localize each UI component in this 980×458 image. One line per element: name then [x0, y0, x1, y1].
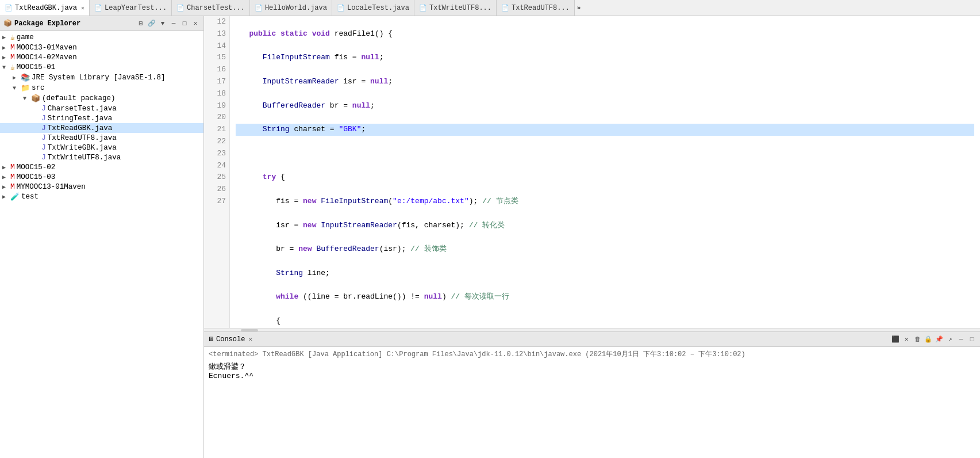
code-line-14: InputStreamReader isr = null; [236, 76, 974, 88]
maven-icon4: M [10, 173, 15, 181]
tab-label: TxtReadUTF8... [512, 4, 570, 12]
sidebar-item-mooc15-03[interactable]: ▶ M MOOC15-03 [0, 172, 203, 182]
tab-label: TxtWriteUTF8... [429, 4, 491, 12]
maximize-console-icon[interactable]: □ [967, 335, 977, 344]
collapse-arrow: ▶ [2, 174, 10, 181]
console-status-line: <terminated> TxtReadGBK [Java Applicatio… [209, 349, 975, 359]
console-header-icons: ⬛ ✕ 🗑 🔒 📌 ↗ ─ □ [891, 335, 977, 344]
sidebar-item-stringtest[interactable]: J StringTest.java [0, 113, 203, 123]
maven-icon5: M [10, 182, 15, 191]
sidebar-item-charsettest[interactable]: J CharsetTest.java [0, 104, 203, 113]
tree-item-label: MOOC15-02 [17, 163, 56, 171]
remove-icon[interactable]: ✕ [902, 335, 911, 344]
tab-leapyear[interactable]: 📄 LeapYearTest... [90, 0, 172, 16]
sidebar-content[interactable]: ▶ ☕ game ▶ M MOOC13-01Maven ▶ M MOOC14-0… [0, 31, 203, 458]
java-file-icon: J [41, 143, 46, 152]
package-icon: 📦 [31, 94, 40, 103]
java-file-icon2: 📄 [94, 4, 102, 12]
tab-label: HelloWorld.java [265, 4, 327, 12]
sidebar-header: 📦 Package Explorer ⊟ 🔗 ▼ ─ □ ✕ [0, 16, 203, 31]
tab-label: TxtReadGBK.java [15, 4, 77, 12]
sidebar-item-jre[interactable]: ▶ 📚 JRE System Library [JavaSE-1.8] [0, 72, 203, 83]
package-explorer-icon: 📦 [3, 19, 12, 28]
code-editor[interactable]: 12 13 14 15 16 17 18 19 20 21 22 23 24 2… [204, 16, 980, 328]
tree-item-label: TxtWriteGBK.java [48, 144, 117, 152]
java-file-icon3: 📄 [176, 4, 185, 12]
sidebar-item-src[interactable]: ▼ 📁 src [0, 83, 203, 93]
tree-item-label: CharsetTest.java [48, 105, 117, 113]
sidebar-item-default-package[interactable]: ▼ 📦 (default package) [0, 93, 203, 104]
java-file-icon: J [41, 124, 46, 132]
sidebar-item-mooc15-01[interactable]: ▼ ☕ MOOC15-01 [0, 62, 203, 72]
tab-txtreadgbk[interactable]: 📄 TxtReadGBK.java ✕ [0, 0, 90, 16]
console-close-icon[interactable]: ✕ [248, 335, 252, 343]
collapse-arrow: ▶ [2, 193, 10, 200]
sidebar-item-mymooc13[interactable]: ▶ M MYMOOC13-01Maven [0, 182, 203, 192]
tree-item-label: (default package) [42, 94, 116, 102]
collapse-arrow: ▶ [2, 44, 10, 51]
tab-txtwriteutf8[interactable]: 📄 TxtWriteUTF8... [414, 0, 497, 16]
terminate-icon[interactable]: ⬛ [891, 335, 900, 344]
view-menu-icon[interactable]: ▼ [158, 19, 167, 28]
library-icon: 📚 [21, 73, 30, 82]
sidebar-item-txtwritegbk[interactable]: J TxtWriteGBK.java [0, 143, 203, 152]
maximize-icon[interactable]: □ [180, 19, 189, 28]
sidebar-title: Package Explorer [14, 20, 80, 28]
scroll-lock-icon[interactable]: 🔒 [924, 335, 933, 344]
tab-overflow[interactable]: » [575, 0, 583, 16]
sidebar-item-txtwriteutf8[interactable]: J TxtWriteUTF8.java [0, 152, 203, 162]
code-line-24: { [236, 315, 974, 327]
minimize-icon[interactable]: ─ [169, 19, 178, 28]
pin-icon[interactable]: 📌 [935, 335, 944, 344]
tab-txtreadutf8[interactable]: 📄 TxtReadUTF8... [497, 0, 575, 16]
close-sidebar-icon[interactable]: ✕ [191, 19, 200, 28]
tab-charset[interactable]: 📄 CharsetTest... [172, 0, 250, 16]
sidebar-item-mooc14[interactable]: ▶ M MOOC14-02Maven [0, 52, 203, 62]
code-line-16: String charset = "GBK"; [236, 124, 974, 136]
console-header: 🖥 Console ✕ ⬛ ✕ 🗑 🔒 📌 ↗ ─ □ [204, 332, 980, 347]
sidebar-item-game[interactable]: ▶ ☕ game [0, 32, 203, 43]
console-title: Console [216, 335, 245, 344]
clear-console-icon[interactable]: 🗑 [913, 335, 922, 344]
collapse-arrow: ▶ [2, 34, 10, 41]
tab-locale[interactable]: 📄 LocaleTest.java [332, 0, 414, 16]
maven-icon: M [10, 43, 15, 52]
collapse-all-icon[interactable]: ⊟ [136, 19, 145, 28]
line-numbers: 12 13 14 15 16 17 18 19 20 21 22 23 24 2… [204, 16, 230, 328]
collapse-arrow: ▶ [13, 74, 21, 81]
collapse-arrow: ▶ [2, 164, 10, 171]
tab-label: LeapYearTest... [105, 4, 167, 12]
sidebar-item-txtreadutf8[interactable]: J TxtReadUTF8.java [0, 133, 203, 143]
tree-item-label: MOOC15-01 [17, 63, 56, 71]
tab-close-icon[interactable]: ✕ [81, 5, 84, 12]
sidebar-item-mooc13[interactable]: ▶ M MOOC13-01Maven [0, 43, 203, 52]
sidebar-item-mooc15-02[interactable]: ▶ M MOOC15-02 [0, 162, 203, 172]
maven-icon2: M [10, 53, 15, 62]
tree-item-label: game [17, 33, 34, 41]
link-with-editor-icon[interactable]: 🔗 [147, 19, 156, 28]
tab-helloworld[interactable]: 📄 HelloWorld.java [250, 0, 332, 16]
code-line-19: fis = new FileInputStream("e:/temp/abc.t… [236, 196, 974, 208]
code-line-20: isr = new InputStreamReader(fis, charset… [236, 220, 974, 232]
code-line-18: try { [236, 171, 974, 184]
code-line-23: while ((line = br.readLine()) != null) /… [236, 291, 974, 303]
sidebar-item-test[interactable]: ▶ 🧪 test [0, 192, 203, 202]
code-content[interactable]: public static void readFile1() { FileInp… [230, 16, 980, 328]
console-output-1: 鏉或滑鍙？ [209, 361, 975, 372]
console-output-2: Ecnuers.^^ [209, 372, 975, 380]
tree-item-label: TxtReadUTF8.java [48, 134, 117, 142]
tree-item-label: StringTest.java [48, 114, 113, 123]
sidebar-item-txtreadgbk[interactable]: J TxtReadGBK.java [0, 123, 203, 133]
java-file-icon7: 📄 [501, 4, 509, 12]
java-file-icon: J [41, 153, 46, 162]
tab-bar: 📄 TxtReadGBK.java ✕ 📄 LeapYearTest... 📄 … [0, 0, 980, 16]
console-icon: 🖥 [207, 335, 214, 343]
code-line-12: public static void readFile1() { [236, 28, 974, 40]
tree-item-label: MYMOOC13-01Maven [17, 183, 86, 191]
open-console-icon[interactable]: ↗ [946, 335, 955, 344]
tree-item-label: TxtReadGBK.java [48, 124, 113, 132]
java-file-icon6: 📄 [419, 4, 427, 12]
console-header-left: 🖥 Console ✕ [207, 335, 252, 344]
minimize-console-icon[interactable]: ─ [956, 335, 966, 344]
code-line-21: br = new BufferedReader(isr); // 装饰类 [236, 243, 974, 255]
